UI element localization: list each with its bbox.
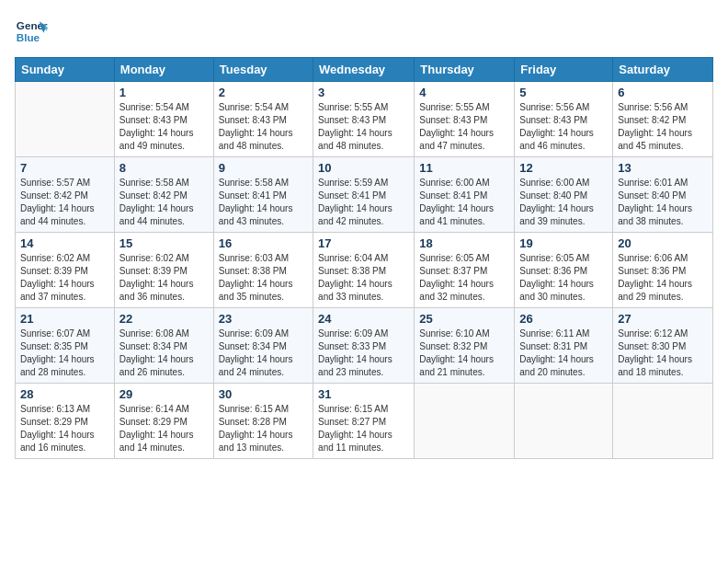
calendar-cell xyxy=(16,82,115,157)
day-info: Sunrise: 5:59 AM Sunset: 8:41 PM Dayligh… xyxy=(318,177,409,228)
calendar-cell: 7Sunrise: 5:57 AM Sunset: 8:42 PM Daylig… xyxy=(16,157,115,233)
calendar-cell: 29Sunrise: 6:14 AM Sunset: 8:29 PM Dayli… xyxy=(114,384,213,459)
day-of-week-thursday: Thursday xyxy=(415,58,515,82)
day-number: 7 xyxy=(20,161,109,175)
calendar-cell: 20Sunrise: 6:06 AM Sunset: 8:36 PM Dayli… xyxy=(613,233,713,308)
day-number: 11 xyxy=(419,161,509,175)
day-number: 19 xyxy=(519,236,608,250)
calendar-cell: 4Sunrise: 5:55 AM Sunset: 8:43 PM Daylig… xyxy=(415,82,515,157)
day-number: 18 xyxy=(419,236,509,250)
day-info: Sunrise: 6:15 AM Sunset: 8:27 PM Dayligh… xyxy=(318,403,409,454)
calendar-cell: 1Sunrise: 5:54 AM Sunset: 8:43 PM Daylig… xyxy=(114,82,213,157)
logo: General Blue xyxy=(15,15,51,48)
calendar-cell: 11Sunrise: 6:00 AM Sunset: 8:41 PM Dayli… xyxy=(415,157,515,233)
day-info: Sunrise: 6:11 AM Sunset: 8:31 PM Dayligh… xyxy=(519,327,608,379)
calendar-cell: 22Sunrise: 6:08 AM Sunset: 8:34 PM Dayli… xyxy=(114,308,213,384)
day-number: 24 xyxy=(318,312,409,326)
calendar-week-4: 21Sunrise: 6:07 AM Sunset: 8:35 PM Dayli… xyxy=(16,308,713,384)
day-info: Sunrise: 6:14 AM Sunset: 8:29 PM Dayligh… xyxy=(119,403,209,454)
day-number: 30 xyxy=(219,387,308,401)
calendar-cell: 13Sunrise: 6:01 AM Sunset: 8:40 PM Dayli… xyxy=(613,157,713,233)
calendar-header-row: SundayMondayTuesdayWednesdayThursdayFrid… xyxy=(16,58,713,82)
calendar-cell: 30Sunrise: 6:15 AM Sunset: 8:28 PM Dayli… xyxy=(213,384,313,459)
day-info: Sunrise: 6:06 AM Sunset: 8:36 PM Dayligh… xyxy=(618,252,708,304)
day-number: 28 xyxy=(20,387,109,401)
day-info: Sunrise: 6:07 AM Sunset: 8:35 PM Dayligh… xyxy=(20,327,109,379)
calendar-cell xyxy=(515,384,613,459)
calendar-cell xyxy=(613,384,713,459)
calendar-cell: 19Sunrise: 6:05 AM Sunset: 8:36 PM Dayli… xyxy=(515,233,613,308)
calendar-cell: 24Sunrise: 6:09 AM Sunset: 8:33 PM Dayli… xyxy=(313,308,415,384)
day-number: 6 xyxy=(618,86,708,99)
day-info: Sunrise: 5:56 AM Sunset: 8:43 PM Dayligh… xyxy=(519,101,608,153)
calendar-cell: 8Sunrise: 5:58 AM Sunset: 8:42 PM Daylig… xyxy=(114,157,213,233)
calendar-cell: 18Sunrise: 6:05 AM Sunset: 8:37 PM Dayli… xyxy=(415,233,515,308)
calendar-cell: 23Sunrise: 6:09 AM Sunset: 8:34 PM Dayli… xyxy=(213,308,313,384)
calendar-cell: 15Sunrise: 6:02 AM Sunset: 8:39 PM Dayli… xyxy=(114,233,213,308)
day-of-week-sunday: Sunday xyxy=(16,58,115,82)
day-info: Sunrise: 5:54 AM Sunset: 8:43 PM Dayligh… xyxy=(219,101,308,153)
calendar-cell: 21Sunrise: 6:07 AM Sunset: 8:35 PM Dayli… xyxy=(16,308,115,384)
day-number: 21 xyxy=(20,312,109,326)
day-of-week-wednesday: Wednesday xyxy=(313,58,415,82)
logo-icon: General Blue xyxy=(15,15,48,48)
day-info: Sunrise: 5:55 AM Sunset: 8:43 PM Dayligh… xyxy=(318,101,409,153)
day-number: 4 xyxy=(419,86,509,99)
calendar-cell: 2Sunrise: 5:54 AM Sunset: 8:43 PM Daylig… xyxy=(213,82,313,157)
day-number: 22 xyxy=(119,312,209,326)
day-number: 16 xyxy=(219,236,308,250)
day-info: Sunrise: 6:04 AM Sunset: 8:38 PM Dayligh… xyxy=(318,252,409,304)
day-info: Sunrise: 6:08 AM Sunset: 8:34 PM Dayligh… xyxy=(119,327,209,379)
calendar-cell: 28Sunrise: 6:13 AM Sunset: 8:29 PM Dayli… xyxy=(16,384,115,459)
day-info: Sunrise: 5:56 AM Sunset: 8:42 PM Dayligh… xyxy=(618,101,708,153)
day-info: Sunrise: 5:58 AM Sunset: 8:42 PM Dayligh… xyxy=(119,177,209,228)
day-of-week-saturday: Saturday xyxy=(613,58,713,82)
calendar-week-3: 14Sunrise: 6:02 AM Sunset: 8:39 PM Dayli… xyxy=(16,233,713,308)
day-number: 13 xyxy=(618,161,708,175)
day-number: 12 xyxy=(519,161,608,175)
calendar-week-1: 1Sunrise: 5:54 AM Sunset: 8:43 PM Daylig… xyxy=(16,82,713,157)
calendar-cell: 17Sunrise: 6:04 AM Sunset: 8:38 PM Dayli… xyxy=(313,233,415,308)
day-info: Sunrise: 6:13 AM Sunset: 8:29 PM Dayligh… xyxy=(20,403,109,454)
day-info: Sunrise: 5:57 AM Sunset: 8:42 PM Dayligh… xyxy=(20,177,109,228)
day-info: Sunrise: 6:10 AM Sunset: 8:32 PM Dayligh… xyxy=(419,327,509,379)
day-of-week-monday: Monday xyxy=(114,58,213,82)
day-number: 23 xyxy=(219,312,308,326)
calendar-cell xyxy=(415,384,515,459)
day-number: 20 xyxy=(618,236,708,250)
calendar-cell: 16Sunrise: 6:03 AM Sunset: 8:38 PM Dayli… xyxy=(213,233,313,308)
calendar-week-2: 7Sunrise: 5:57 AM Sunset: 8:42 PM Daylig… xyxy=(16,157,713,233)
day-number: 26 xyxy=(519,312,608,326)
calendar-cell: 3Sunrise: 5:55 AM Sunset: 8:43 PM Daylig… xyxy=(313,82,415,157)
day-info: Sunrise: 6:00 AM Sunset: 8:40 PM Dayligh… xyxy=(519,177,608,228)
day-info: Sunrise: 5:54 AM Sunset: 8:43 PM Dayligh… xyxy=(119,101,209,153)
day-number: 14 xyxy=(20,236,109,250)
calendar-cell: 25Sunrise: 6:10 AM Sunset: 8:32 PM Dayli… xyxy=(415,308,515,384)
day-number: 17 xyxy=(318,236,409,250)
day-number: 25 xyxy=(419,312,509,326)
day-info: Sunrise: 6:12 AM Sunset: 8:30 PM Dayligh… xyxy=(618,327,708,379)
day-info: Sunrise: 6:00 AM Sunset: 8:41 PM Dayligh… xyxy=(419,177,509,228)
day-number: 5 xyxy=(519,86,608,99)
calendar-cell: 6Sunrise: 5:56 AM Sunset: 8:42 PM Daylig… xyxy=(613,82,713,157)
day-of-week-tuesday: Tuesday xyxy=(213,58,313,82)
day-number: 8 xyxy=(119,161,209,175)
calendar-week-5: 28Sunrise: 6:13 AM Sunset: 8:29 PM Dayli… xyxy=(16,384,713,459)
day-info: Sunrise: 6:02 AM Sunset: 8:39 PM Dayligh… xyxy=(119,252,209,304)
calendar-cell: 5Sunrise: 5:56 AM Sunset: 8:43 PM Daylig… xyxy=(515,82,613,157)
calendar-cell: 14Sunrise: 6:02 AM Sunset: 8:39 PM Dayli… xyxy=(16,233,115,308)
day-number: 9 xyxy=(219,161,308,175)
day-info: Sunrise: 5:58 AM Sunset: 8:41 PM Dayligh… xyxy=(219,177,308,228)
day-info: Sunrise: 6:05 AM Sunset: 8:37 PM Dayligh… xyxy=(419,252,509,304)
day-number: 29 xyxy=(119,387,209,401)
calendar-cell: 10Sunrise: 5:59 AM Sunset: 8:41 PM Dayli… xyxy=(313,157,415,233)
day-info: Sunrise: 6:09 AM Sunset: 8:34 PM Dayligh… xyxy=(219,327,308,379)
day-info: Sunrise: 6:09 AM Sunset: 8:33 PM Dayligh… xyxy=(318,327,409,379)
day-number: 10 xyxy=(318,161,409,175)
day-number: 2 xyxy=(219,86,308,99)
day-info: Sunrise: 6:02 AM Sunset: 8:39 PM Dayligh… xyxy=(20,252,109,304)
calendar-table: SundayMondayTuesdayWednesdayThursdayFrid… xyxy=(15,57,713,459)
day-number: 1 xyxy=(119,86,209,99)
calendar-cell: 26Sunrise: 6:11 AM Sunset: 8:31 PM Dayli… xyxy=(515,308,613,384)
day-info: Sunrise: 6:15 AM Sunset: 8:28 PM Dayligh… xyxy=(219,403,308,454)
